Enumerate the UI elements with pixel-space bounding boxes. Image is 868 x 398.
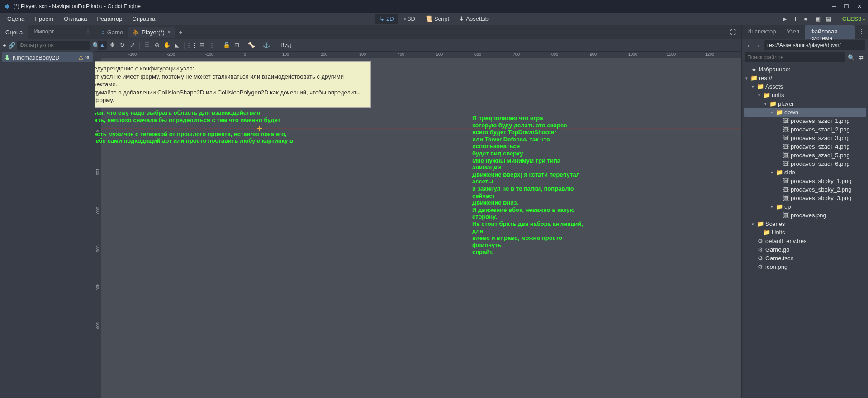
file-item[interactable]: ⚙Game.tscn (744, 254, 866, 262)
folder-item[interactable]: ▾📁res:// (744, 74, 866, 82)
path-input[interactable] (764, 40, 865, 50)
dock-menu-button[interactable]: ⋮ (81, 25, 95, 39)
play-scene-button[interactable]: ▣ (815, 15, 822, 23)
add-node-button[interactable]: + (3, 41, 6, 49)
file-item[interactable]: 🖼prodaves_sboky_3.png (744, 194, 866, 202)
folder-item[interactable]: ▾📁up (744, 202, 866, 211)
folder-item[interactable]: ▾📁down (744, 108, 866, 117)
favorites-header[interactable]: ★ Избранное: (744, 65, 866, 74)
warning-icon[interactable]: ⚠ (78, 54, 84, 61)
file-item[interactable]: 🖼prodaves_sboky_1.png (744, 177, 866, 185)
toggle-assetlib[interactable]: ⬇AssetLib (455, 14, 493, 24)
expand-icon[interactable]: ▾ (750, 222, 755, 226)
left-dock: Сцена Импорт ⋮ + 🔗 🔍 ⎌ KinematicBody2D ⚠… (0, 25, 95, 398)
right-controls: ▶ ⏸ ■ ▣ ▤ GLES3 ▾ (783, 15, 865, 23)
search-icon[interactable]: 🔍 (847, 53, 855, 61)
pause-button[interactable]: ⏸ (793, 15, 801, 23)
play-custom-button[interactable]: ▤ (826, 15, 833, 23)
tab-player[interactable]: ⛹Player(*)✕ (128, 27, 175, 38)
add-tab-button[interactable]: + (175, 27, 186, 38)
lock-tool[interactable]: 🔒 (222, 41, 231, 50)
expand-icon[interactable]: ▾ (769, 170, 774, 175)
tab-node[interactable]: Узел (781, 25, 805, 39)
expand-icon[interactable]: ▾ (750, 84, 755, 89)
folder-item[interactable]: ▾📁units (744, 91, 866, 99)
maximize-button[interactable]: ☐ (844, 3, 849, 9)
stop-button[interactable]: ■ (804, 15, 811, 23)
filter-nodes-input[interactable] (17, 41, 90, 50)
file-item[interactable]: 🖼prodaves_szadi_4.png (744, 142, 866, 151)
scale-tool[interactable]: ⤢ (128, 41, 137, 50)
tab-inspector[interactable]: Инспектор (742, 25, 781, 39)
viewport[interactable]: -300-200-1000100200300400500600700800900… (95, 52, 741, 398)
folder-item[interactable]: ▾📁Assets (744, 82, 866, 91)
grid-snap-toggle[interactable]: ⊞ (197, 41, 206, 50)
close-button[interactable]: ✕ (857, 3, 862, 9)
item-label: prodaves_szadi_3.png (791, 135, 850, 141)
pan-tool[interactable]: ✋ (162, 41, 171, 50)
menu-editor[interactable]: Редактор (93, 14, 127, 24)
folder-item[interactable]: ▾📁Scenes (744, 220, 866, 228)
minimize-button[interactable]: ─ (832, 3, 836, 9)
menu-help[interactable]: Справка (128, 14, 160, 24)
chevron-down-icon: ▾ (863, 17, 865, 22)
nav-back-button[interactable]: ‹ (745, 41, 753, 49)
scene-tabs: ○Game ⛹Player(*)✕ + ⛶ (95, 25, 741, 39)
tab-game[interactable]: ○Game (97, 27, 128, 38)
snap-toggle[interactable]: ⋮⋮ (187, 41, 196, 50)
item-label: prodaves_szadi_2.png (791, 126, 850, 133)
expand-icon[interactable]: ▾ (763, 102, 768, 106)
nav-forward-button[interactable]: › (754, 41, 763, 49)
anchor-tool[interactable]: ⚓ (262, 41, 271, 50)
pivot-tool[interactable]: ⊕ (152, 41, 161, 50)
folder-item[interactable]: 📁Units (744, 228, 866, 237)
rotate-tool[interactable]: ↻ (118, 41, 127, 50)
snap-options[interactable]: ⋮ (207, 41, 216, 50)
file-item[interactable]: 🖼prodaves_szadi_1.png (744, 117, 866, 125)
menu-project[interactable]: Проект (30, 14, 58, 24)
toggle-script[interactable]: 📜Script (421, 14, 454, 24)
menu-scene[interactable]: Сцена (3, 14, 29, 24)
dock-menu-button[interactable]: ⋮ (855, 25, 868, 39)
menu-debug[interactable]: Отладка (59, 14, 91, 24)
folder-item[interactable]: ▾📁side (744, 168, 866, 177)
renderer-label[interactable]: GLES3 ▾ (842, 15, 865, 22)
select-tool[interactable]: ▲ (98, 41, 107, 50)
bone-tool[interactable]: 🦴 (247, 41, 256, 50)
expand-icon[interactable]: ▾ (744, 76, 749, 80)
file-item[interactable]: 🖼prodaves_sboky_2.png (744, 185, 866, 194)
search-files-input[interactable] (745, 52, 845, 62)
distraction-free-button[interactable]: ⛶ (726, 27, 740, 38)
toggle-2d[interactable]: ↳2D (375, 14, 398, 24)
move-tool[interactable]: ✥ (108, 41, 117, 50)
list-select-tool[interactable]: ☰ (142, 41, 152, 50)
file-item[interactable]: 🖼prodaves.png (744, 211, 866, 220)
ruler-horizontal: -300-200-1000100200300400500600700800900… (101, 52, 741, 58)
split-mode-button[interactable]: ⇄ (857, 53, 865, 61)
view-menu[interactable]: Вид (277, 40, 295, 50)
play-button[interactable]: ▶ (783, 15, 790, 23)
file-item[interactable]: ⚙Game.gd (744, 245, 866, 254)
file-item[interactable]: 🖼prodaves_szadi_3.png (744, 134, 866, 142)
instance-button[interactable]: 🔗 (8, 41, 15, 49)
file-item[interactable]: 🖼prodaves_szadi_2.png (744, 125, 866, 134)
toggle-3d[interactable]: ▫3D (399, 14, 420, 24)
file-item[interactable]: ⚙default_env.tres (744, 237, 866, 245)
expand-icon[interactable]: ▾ (769, 205, 774, 209)
file-item[interactable]: 🖼prodaves_szadi_5.png (744, 151, 866, 159)
expand-icon[interactable]: ▾ (769, 110, 774, 115)
scene-root-node[interactable]: KinematicBody2D ⚠ 👁 (2, 52, 93, 62)
visibility-icon[interactable]: 👁 (85, 54, 91, 61)
tab-scene[interactable]: Сцена (0, 25, 28, 39)
folder-item[interactable]: ▾📁player (744, 99, 866, 108)
item-label: Game.tscn (765, 255, 794, 262)
expand-icon[interactable]: ▾ (756, 93, 762, 98)
tab-import[interactable]: Импорт (28, 25, 59, 39)
file-item[interactable]: ⚙icon.png (744, 262, 866, 271)
tab-filesystem[interactable]: Файловая система (805, 25, 855, 39)
separator (244, 42, 244, 49)
close-tab-icon[interactable]: ✕ (167, 29, 171, 35)
group-tool[interactable]: ⊡ (232, 41, 241, 50)
ruler-tool[interactable]: ◣ (172, 41, 181, 50)
file-item[interactable]: 🖼prodaves_szadi_6.png (744, 159, 866, 168)
